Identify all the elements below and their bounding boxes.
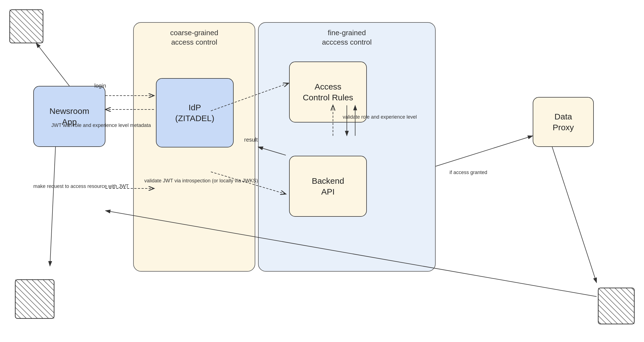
backend-api-box: Backend API bbox=[289, 156, 367, 217]
hatch-bottomleft bbox=[14, 278, 55, 320]
validate-role-annotation: validate role and experience level bbox=[343, 114, 417, 121]
svg-line-45 bbox=[50, 147, 55, 266]
svg-line-13 bbox=[15, 280, 54, 318]
svg-line-5 bbox=[32, 10, 43, 21]
diagram-container: Newsroom App coarse-grainedaccess contro… bbox=[0, 0, 644, 342]
acr-label: Access Control Rules bbox=[303, 81, 353, 103]
data-proxy-box: Data Proxy bbox=[533, 97, 594, 147]
svg-line-44 bbox=[36, 43, 69, 86]
coarse-grained-container: coarse-grainedaccess control IdP (ZITADE… bbox=[133, 22, 255, 272]
acr-box: Access Control Rules bbox=[289, 62, 367, 122]
svg-line-2 bbox=[15, 10, 43, 37]
svg-line-30 bbox=[615, 288, 634, 307]
login-annotation: login bbox=[94, 82, 106, 90]
fine-grained-container: fine-grainedacccess control Access Contr… bbox=[258, 22, 436, 272]
make-request-annotation: make request to access resource with JWT bbox=[33, 183, 129, 190]
jwt-annotation: JWT with role and experience level metad… bbox=[51, 122, 151, 129]
svg-line-7 bbox=[10, 15, 37, 43]
svg-line-35 bbox=[598, 299, 623, 324]
backend-label: Backend API bbox=[312, 175, 344, 197]
svg-line-37 bbox=[598, 310, 612, 324]
svg-line-36 bbox=[598, 305, 618, 324]
svg-line-16 bbox=[32, 280, 54, 302]
svg-line-15 bbox=[26, 280, 54, 307]
validate-jwt-annotation: validate JWT via introspection (or local… bbox=[144, 177, 258, 184]
svg-line-29 bbox=[609, 288, 634, 313]
svg-line-1 bbox=[10, 10, 43, 43]
hatch-topleft bbox=[8, 8, 44, 44]
newsroom-app-box: Newsroom App bbox=[33, 86, 105, 147]
svg-line-52 bbox=[552, 147, 597, 283]
svg-line-3 bbox=[21, 10, 43, 32]
svg-line-31 bbox=[620, 288, 634, 302]
if-access-granted-annotation: if access granted bbox=[449, 169, 487, 176]
svg-line-8 bbox=[10, 21, 32, 43]
coarse-title: coarse-grainedaccess control bbox=[134, 28, 255, 47]
svg-line-28 bbox=[604, 288, 634, 318]
svg-line-14 bbox=[21, 280, 54, 313]
svg-line-24 bbox=[15, 307, 26, 318]
svg-line-51 bbox=[436, 136, 533, 166]
svg-line-20 bbox=[15, 285, 49, 318]
data-proxy-label: Data Proxy bbox=[553, 111, 574, 133]
idp-label: IdP (ZITADEL) bbox=[175, 102, 214, 124]
svg-line-18 bbox=[43, 280, 54, 291]
idp-box: IdP (ZITADEL) bbox=[156, 78, 234, 147]
hatch-bottomright bbox=[597, 287, 636, 325]
svg-line-34 bbox=[598, 293, 629, 324]
svg-line-10 bbox=[10, 32, 21, 43]
result-annotation: result bbox=[244, 136, 258, 144]
fine-title: fine-grainedacccess control bbox=[259, 28, 435, 47]
svg-line-21 bbox=[15, 291, 43, 318]
svg-line-22 bbox=[15, 296, 37, 318]
svg-line-27 bbox=[598, 288, 634, 324]
